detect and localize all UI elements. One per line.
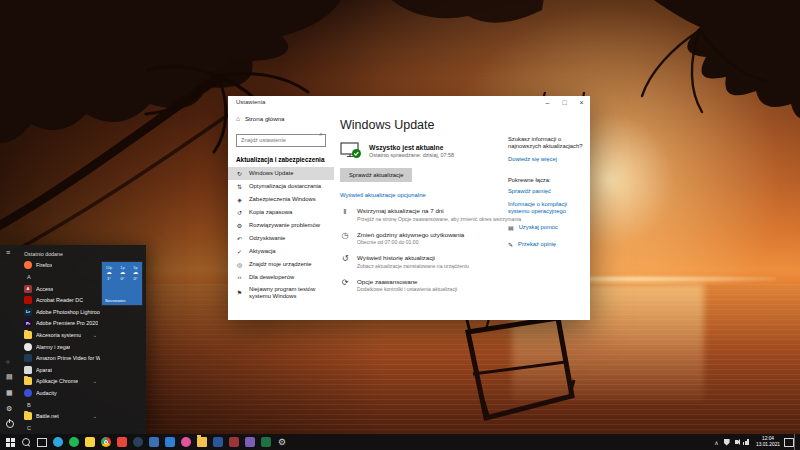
taskbar-app-file-explorer[interactable] xyxy=(194,434,210,450)
taskbar-app-access[interactable] xyxy=(226,434,242,450)
page-title: Windows Update xyxy=(340,118,508,132)
sidebar-item-zabezpieczenia-windows[interactable]: ◈Zabezpieczenia Windows xyxy=(228,193,334,206)
taskbar-app-word[interactable] xyxy=(210,434,226,450)
update-option-zmie-godziny-aktywnego-u-ytkowania[interactable]: ◷Zmień godziny aktywnego użytkowaniaObec… xyxy=(340,231,508,246)
sidebar-item-niejawny-program-test-w-systemu-windows[interactable]: ⚑Niejawny program testów systemu Windows xyxy=(228,284,334,302)
documents-icon[interactable]: ▤ xyxy=(6,373,13,381)
taskbar-clock[interactable]: 12:04 13.01.2021 xyxy=(756,436,780,447)
update-option-wy-wietl-histori-aktualizacji[interactable]: ↺Wyświetl historię aktualizacjiZobacz ak… xyxy=(340,254,508,269)
start-app-label: Amazon Prime Video for Windows xyxy=(36,355,100,361)
minimize-button[interactable]: – xyxy=(539,96,556,110)
pictures-icon[interactable]: ▦ xyxy=(6,389,13,397)
taskbar-app-spotify[interactable] xyxy=(66,434,82,450)
related-link-sprawd-pami[interactable]: Sprawdź pamięć xyxy=(508,188,584,195)
start-app-label: Acrobat Reader DC xyxy=(36,297,83,303)
start-app-battle-net[interactable]: Battle.net⌄ xyxy=(24,410,100,422)
taskbar-app-mail[interactable] xyxy=(146,434,162,450)
hamburger-menu-icon[interactable]: ≡ xyxy=(6,249,10,256)
show-desktop-button[interactable] xyxy=(794,434,798,450)
settings-search-input[interactable] xyxy=(236,134,326,147)
sidebar-item-windows-update[interactable]: ↻Windows Update xyxy=(228,167,334,180)
start-letter-c[interactable]: C xyxy=(24,422,100,434)
przeka-opini-icon: ✎ xyxy=(508,241,513,248)
taskbar-app-steam[interactable] xyxy=(130,434,146,450)
related-link-informacje-o-kompilacji-systemu-operacyjnego[interactable]: Informacje o kompilacji systemu operacyj… xyxy=(508,201,584,216)
start-app-aplikacje-chrome[interactable]: Aplikacje Chrome⌄ xyxy=(24,376,100,388)
start-app-amazon-prime-video-for-windows[interactable]: Amazon Prime Video for Windows xyxy=(24,352,100,364)
sidebar-item-kopia-zapasowa[interactable]: ↺Kopia zapasowa xyxy=(228,206,334,219)
audacity-icon xyxy=(24,389,32,397)
weather-temp: 0° xyxy=(133,276,137,281)
weather-temp: 0° xyxy=(120,276,124,281)
user-icon[interactable]: ○ xyxy=(6,359,10,365)
adobe-premiere-pro-2020-icon: Pr xyxy=(24,319,32,327)
volume-icon[interactable] xyxy=(735,440,738,444)
sidebar-item-rozwi-zywanie-problem-w[interactable]: ⚙Rozwiązywanie problemów xyxy=(228,219,334,232)
update-status-icon xyxy=(340,142,362,159)
start-app-access[interactable]: AAccess xyxy=(24,283,100,295)
start-app-adobe-photoshop-lightroom-5-7-1-64[interactable]: LrAdobe Photoshop Lightroom 5.7.1 64... xyxy=(24,306,100,318)
sidebar-item-optymalizacja-dostarczania[interactable]: ⇅Optymalizacja dostarczania xyxy=(228,180,334,193)
taskbar-app-settings[interactable]: ⚙ xyxy=(274,434,290,450)
taskbar-app-gmail[interactable] xyxy=(114,434,130,450)
update-option-wstrzymaj-aktualizacje-na-7-dni[interactable]: ‖Wstrzymaj aktualizacje na 7 dniPrzejdź … xyxy=(340,207,508,222)
optional-updates-link[interactable]: Wyświetl aktualizacje opcjonalne xyxy=(340,192,508,198)
sidebar-item-icon: ↶ xyxy=(236,235,243,242)
weather-column: 1p☁0° xyxy=(120,265,126,281)
start-letter-b[interactable]: B xyxy=(24,399,100,411)
update-option-title: Zmień godziny aktywnego użytkowania xyxy=(357,231,464,238)
start-app-akcesoria-systemu[interactable]: Akcesoria systemu⌄ xyxy=(24,329,100,341)
start-app-alarmy-i-zegar[interactable]: Alarmy i zegar xyxy=(24,341,100,353)
sidebar-home-label: Strona główna xyxy=(245,115,285,122)
spotify-icon xyxy=(69,437,79,447)
action-center-icon[interactable] xyxy=(784,438,794,447)
sidebar-home[interactable]: ⌂ Strona główna xyxy=(236,115,334,122)
taskbar-app-paint-3d[interactable] xyxy=(178,434,194,450)
windows-update-page: Windows Update Wszystko jest aktualne Os… xyxy=(340,110,508,320)
help-link-przeka-opini[interactable]: Przekaż opinię xyxy=(518,241,556,248)
settings-gear-icon[interactable]: ⚙ xyxy=(6,405,12,413)
aside-question: Szukasz informacji o najnowszych aktuali… xyxy=(508,136,584,151)
start-app-firefox[interactable]: Firefox xyxy=(24,260,100,272)
sidebar-item-icon: ⚑ xyxy=(236,289,243,296)
sidebar-item-label: Niejawny program testów systemu Windows xyxy=(249,286,334,299)
chevron-down-icon: ⌄ xyxy=(93,332,100,338)
close-button[interactable]: × xyxy=(573,96,590,110)
taskbar-app-chrome[interactable] xyxy=(98,434,114,450)
network-icon[interactable] xyxy=(743,439,749,445)
update-option-subtitle: Obecnie od 07:00 do 01:00 xyxy=(357,239,464,245)
update-option-icon: ↺ xyxy=(340,254,350,269)
tray-expand-icon[interactable]: ∧ xyxy=(714,439,718,446)
learn-more-link[interactable]: Dowiedz się więcej xyxy=(508,156,584,163)
taskbar-app-sticky-notes[interactable] xyxy=(82,434,98,450)
power-icon[interactable] xyxy=(6,420,14,428)
check-updates-button[interactable]: Sprawdź aktualizacje xyxy=(340,168,412,182)
weather-live-tile[interactable]: 10p☁1°1p☁0°3p☁0° Sosnowiec xyxy=(102,262,142,305)
taskbar-app-camera-app[interactable] xyxy=(242,434,258,450)
taskbar-app-photos[interactable] xyxy=(162,434,178,450)
sidebar-item-aktywacja[interactable]: ✓Aktywacja xyxy=(228,245,334,258)
taskbar-app-edge[interactable] xyxy=(50,434,66,450)
steam-icon xyxy=(133,437,143,447)
start-letter-a[interactable]: A xyxy=(24,271,100,283)
help-link-uzyskaj-pomoc[interactable]: Uzyskaj pomoc xyxy=(519,224,558,231)
settings-titlebar[interactable]: Ustawienia – □ × xyxy=(228,96,590,110)
update-option-icon: ◷ xyxy=(340,231,350,246)
update-option-text: Opcje zaawansowaneDodatkowe kontrolki i … xyxy=(357,278,457,293)
start-button[interactable] xyxy=(2,434,18,450)
update-option-opcje-zaawansowane[interactable]: ⟳Opcje zaawansowaneDodatkowe kontrolki i… xyxy=(340,278,508,293)
start-app-aparat[interactable]: Aparat xyxy=(24,364,100,376)
task-view-button[interactable] xyxy=(34,434,50,450)
sidebar-item-znajd-moje-urz-dzenie[interactable]: ◎Znajdź moje urządzenie xyxy=(228,258,334,271)
taskbar-search-button[interactable] xyxy=(18,434,34,450)
sidebar-item-odzyskiwanie[interactable]: ↶Odzyskiwanie xyxy=(228,232,334,245)
start-app-audacity[interactable]: Audacity xyxy=(24,387,100,399)
access-icon: A xyxy=(24,285,32,293)
taskbar-app-excel[interactable] xyxy=(258,434,274,450)
maximize-button[interactable]: □ xyxy=(556,96,573,110)
start-app-adobe-premiere-pro-2020[interactable]: PrAdobe Premiere Pro 2020 xyxy=(24,318,100,330)
security-shield-icon[interactable] xyxy=(724,439,730,446)
sidebar-item-dla-deweloper-w[interactable]: ‹›Dla deweloperów xyxy=(228,271,334,284)
start-app-acrobat-reader-dc[interactable]: Acrobat Reader DC xyxy=(24,294,100,306)
sidebar-item-label: Znajdź moje urządzenie xyxy=(249,261,312,268)
